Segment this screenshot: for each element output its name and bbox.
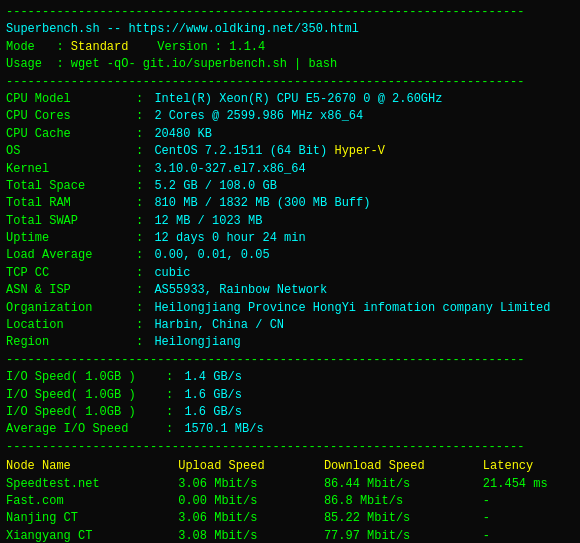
col-latency: Latency [483, 458, 574, 475]
version-value: 1.1.4 [229, 39, 265, 56]
asn-isp-label: ASN & ISP [6, 282, 136, 299]
load-avg-value: 0.00, 0.01, 0.05 [154, 247, 269, 264]
uptime-line: Uptime : 12 days 0 hour 24 min [6, 230, 574, 247]
org-value: Heilongjiang Province HongYi infomation … [154, 300, 550, 317]
cpu-cache-label: CPU Cache [6, 126, 136, 143]
uptime-label: Uptime [6, 230, 136, 247]
col-node: Node Name [6, 458, 178, 475]
mode-colon: : [56, 39, 70, 56]
node-name: Speedtest.net [6, 476, 178, 493]
io2-value: 1.6 GB/s [184, 387, 242, 404]
header-title: Superbench.sh -- https://www.oldking.net… [6, 21, 574, 38]
io3-colon: : [166, 404, 180, 421]
upload-speed: 3.06 Mbit/s [178, 476, 324, 493]
uptime-colon: : [136, 230, 150, 247]
kernel-label: Kernel [6, 161, 136, 178]
header-mode: Mode : Standard Version : 1.1.4 [6, 39, 574, 56]
node-name: Xiangyang CT [6, 528, 178, 543]
tcp-cc-line: TCP CC : cubic [6, 265, 574, 282]
total-space-colon: : [136, 178, 150, 195]
latency: - [483, 528, 574, 543]
io3-line: I/O Speed( 1.0GB ) : 1.6 GB/s [6, 404, 574, 421]
io3-value: 1.6 GB/s [184, 404, 242, 421]
asn-isp-line: ASN & ISP : AS55933, Rainbow Network [6, 282, 574, 299]
table-row: Xiangyang CT3.08 Mbit/s77.97 Mbit/s- [6, 528, 574, 543]
total-ram-label: Total RAM [6, 195, 136, 212]
table-row: Nanjing CT3.06 Mbit/s85.22 Mbit/s- [6, 510, 574, 527]
org-label: Organization [6, 300, 136, 317]
location-colon: : [136, 317, 150, 334]
location-value: Harbin, China / CN [154, 317, 284, 334]
divider-2: ----------------------------------------… [6, 352, 574, 369]
cpu-cores-label: CPU Cores [6, 108, 136, 125]
region-line: Region : Heilongjiang [6, 334, 574, 351]
asn-isp-colon: : [136, 282, 150, 299]
cpu-cache-colon: : [136, 126, 150, 143]
location-label: Location [6, 317, 136, 334]
io1-colon: : [166, 369, 180, 386]
table-row: Speedtest.net3.06 Mbit/s86.44 Mbit/s21.4… [6, 476, 574, 493]
download-speed: 86.8 Mbit/s [324, 493, 483, 510]
cpu-cores-value: 2 Cores @ 2599.986 MHz x86_64 [154, 108, 363, 125]
os-colon: : [136, 143, 150, 160]
mode-value: Standard [71, 39, 129, 56]
divider-1: ----------------------------------------… [6, 74, 574, 91]
load-avg-colon: : [136, 247, 150, 264]
download-speed: 86.44 Mbit/s [324, 476, 483, 493]
total-ram-value: 810 MB / 1832 MB (300 MB Buff) [154, 195, 370, 212]
total-space-label: Total Space [6, 178, 136, 195]
total-ram-colon: : [136, 195, 150, 212]
total-swap-label: Total SWAP [6, 213, 136, 230]
location-line: Location : Harbin, China / CN [6, 317, 574, 334]
org-colon: : [136, 300, 150, 317]
total-swap-colon: : [136, 213, 150, 230]
io2-label: I/O Speed( 1.0GB ) [6, 387, 166, 404]
os-value: CentOS 7.2.1511 (64 Bit) [154, 143, 327, 160]
node-name: Nanjing CT [6, 510, 178, 527]
total-space-value: 5.2 GB / 108.0 GB [154, 178, 276, 195]
network-table: Node Name Upload Speed Download Speed La… [6, 458, 574, 543]
os-line: OS : CentOS 7.2.1511 (64 Bit) Hyper-V [6, 143, 574, 160]
latency: - [483, 510, 574, 527]
os-extra: Hyper-V [327, 143, 385, 160]
cpu-model-line: CPU Model : Intel(R) Xeon(R) CPU E5-2670… [6, 91, 574, 108]
cpu-cores-line: CPU Cores : 2 Cores @ 2599.986 MHz x86_6… [6, 108, 574, 125]
usage-value: wget -qO- git.io/superbench.sh | bash [71, 56, 337, 73]
header-usage: Usage : wget -qO- git.io/superbench.sh |… [6, 56, 574, 73]
tcp-cc-label: TCP CC [6, 265, 136, 282]
latency: - [483, 493, 574, 510]
tcp-cc-colon: : [136, 265, 150, 282]
divider-top: ----------------------------------------… [6, 4, 574, 21]
kernel-line: Kernel : 3.10.0-327.el7.x86_64 [6, 161, 574, 178]
upload-speed: 3.06 Mbit/s [178, 510, 324, 527]
cpu-cache-line: CPU Cache : 20480 KB [6, 126, 574, 143]
io1-value: 1.4 GB/s [184, 369, 242, 386]
io3-label: I/O Speed( 1.0GB ) [6, 404, 166, 421]
io-avg-colon: : [166, 421, 180, 438]
io-avg-label: Average I/O Speed [6, 421, 166, 438]
region-colon: : [136, 334, 150, 351]
io-avg-line: Average I/O Speed : 1570.1 MB/s [6, 421, 574, 438]
io1-label: I/O Speed( 1.0GB ) [6, 369, 166, 386]
cpu-model-value: Intel(R) Xeon(R) CPU E5-2670 0 @ 2.60GHz [154, 91, 442, 108]
total-space-line: Total Space : 5.2 GB / 108.0 GB [6, 178, 574, 195]
cpu-model-colon: : [136, 91, 150, 108]
org-line: Organization : Heilongjiang Province Hon… [6, 300, 574, 317]
mode-label: Mode [6, 39, 56, 56]
io2-colon: : [166, 387, 180, 404]
version-label: Version : [128, 39, 229, 56]
region-value: Heilongjiang [154, 334, 240, 351]
total-ram-line: Total RAM : 810 MB / 1832 MB (300 MB Buf… [6, 195, 574, 212]
region-label: Region [6, 334, 136, 351]
load-avg-label: Load Average [6, 247, 136, 264]
cpu-cores-colon: : [136, 108, 150, 125]
upload-speed: 3.08 Mbit/s [178, 528, 324, 543]
col-upload: Upload Speed [178, 458, 324, 475]
divider-3: ----------------------------------------… [6, 439, 574, 456]
usage-label: Usage : [6, 56, 71, 73]
total-swap-line: Total SWAP : 12 MB / 1023 MB [6, 213, 574, 230]
load-avg-line: Load Average : 0.00, 0.01, 0.05 [6, 247, 574, 264]
cpu-cache-value: 20480 KB [154, 126, 212, 143]
total-swap-value: 12 MB / 1023 MB [154, 213, 262, 230]
table-row: Fast.com0.00 Mbit/s86.8 Mbit/s- [6, 493, 574, 510]
